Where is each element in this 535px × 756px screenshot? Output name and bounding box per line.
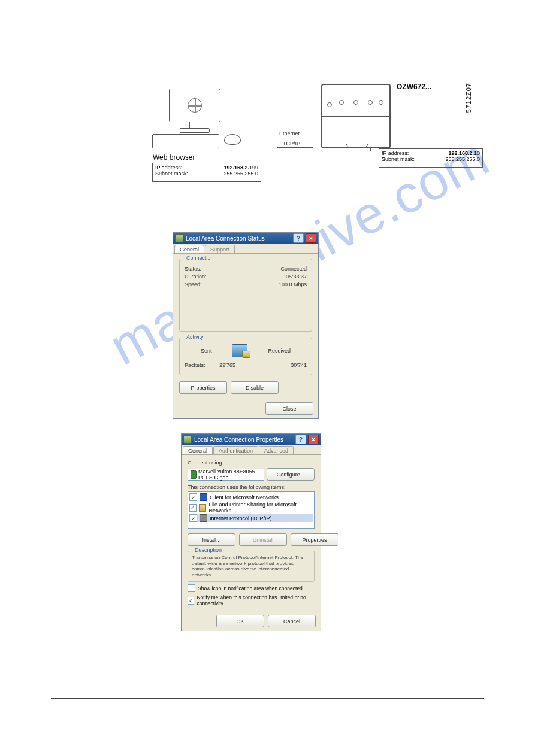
pc-mask-label: Subnet mask: [155, 171, 188, 177]
activity-icon [232, 344, 247, 357]
item-label: Client for Microsoft Networks [210, 494, 279, 500]
pc-ip-label: IP address: [155, 165, 182, 171]
mouse-icon [224, 134, 241, 145]
install-button[interactable]: Install... [188, 533, 235, 546]
device-port-icon [339, 100, 344, 105]
dev-ip-label: IP address: [382, 150, 409, 156]
checkbox-icon[interactable]: ✓ [189, 504, 197, 512]
device-label: OZW672... [397, 83, 431, 91]
ok-button[interactable]: OK [216, 615, 264, 627]
tab-bar: General Support [173, 244, 318, 254]
pc-monitor [169, 89, 220, 122]
pc-ip-box: IP address:192.168.2.199 Subnet mask:255… [152, 163, 261, 182]
adapter-field[interactable]: Marvell Yukon 88E8055 PCI-E Gigabi [188, 469, 264, 481]
dialog-lan-properties: Local Area Connection Properties ?× Gene… [181, 433, 321, 631]
label-ethernet: Ethernet [279, 130, 300, 136]
showicon-label: Show icon in notification area when conn… [198, 585, 303, 591]
item-label: Internet Protocol (TCP/IP) [210, 515, 272, 521]
duration-value: 05:33:37 [286, 274, 307, 280]
tab-general[interactable]: General [174, 245, 204, 253]
checkbox-showicon[interactable] [188, 584, 195, 592]
group-legend-connection: Connection [185, 255, 216, 261]
group-legend-activity: Activity [185, 334, 205, 340]
client-icon [200, 493, 207, 501]
protocol-icon [200, 514, 207, 522]
close-button[interactable]: × [306, 233, 316, 243]
label-underline-1 [277, 138, 313, 138]
device-port-icon [353, 100, 358, 105]
web-browser-label: Web browser [153, 153, 195, 162]
configure-button[interactable]: Configure... [267, 468, 315, 481]
description-box: Description Transmission Control Protoco… [188, 551, 315, 582]
close-button[interactable]: × [308, 435, 319, 444]
device-port-icon [327, 102, 332, 107]
pc-ip-prefix: 192.168.2. [223, 165, 249, 171]
items-list[interactable]: ✓Client for Microsoft Networks ✓File and… [188, 491, 315, 529]
dash-connector [379, 147, 379, 169]
keyboard-icon [152, 134, 219, 148]
dialog-title: Local Area Connection Properties [194, 436, 283, 443]
dash-connector [260, 169, 379, 169]
description-text: Transmission Control Protocol/Internet P… [192, 555, 303, 578]
properties-button[interactable]: Properties [179, 381, 227, 394]
titlebar[interactable]: Local Area Connection Status ?× [173, 233, 318, 244]
device-outline [321, 84, 391, 148]
adapter-name: Marvell Yukon 88E8055 PCI-E Gigabi [198, 469, 261, 481]
dash-connector [359, 147, 379, 148]
pc-ip-suffix: 199 [249, 165, 258, 171]
speed-label: Speed: [185, 281, 202, 287]
dialog-lan-status: Local Area Connection Status ?× General … [173, 232, 319, 419]
dev-ip-suffix: 10 [474, 150, 480, 156]
tab-support[interactable]: Support [205, 245, 235, 253]
group-connection: Connection Status:Connected Duration:05:… [179, 259, 312, 332]
speed-value: 100.0 Mbps [279, 281, 307, 287]
cancel-button[interactable]: Cancel [268, 615, 316, 627]
dialog-title: Local Area Connection Status [186, 235, 265, 242]
uninstall-button: Uninstall [239, 533, 287, 546]
status-label: Status: [185, 266, 201, 272]
disable-button[interactable]: Disable [231, 381, 279, 394]
status-value: Connected [280, 266, 307, 272]
list-item[interactable]: ✓File and Printer Sharing for Microsoft … [189, 502, 313, 514]
list-item[interactable]: ✓Client for Microsoft Networks [189, 493, 313, 501]
packets-sent-value: 29'765 [205, 362, 262, 368]
item-properties-button[interactable]: Properties [291, 533, 338, 546]
dev-ip-prefix: 192.168.2. [448, 150, 474, 156]
device-ip-box: IP address:192.168.2.10 Subnet mask:255.… [379, 148, 483, 168]
adapter-icon [191, 470, 197, 479]
tab-bar: General Authentication Advanced [182, 445, 321, 455]
close-dialog-button[interactable]: Close [265, 402, 313, 415]
tab-general[interactable]: General [183, 446, 213, 454]
service-icon [199, 504, 206, 512]
device-divider [322, 116, 389, 117]
dev-mask-label: Subnet mask: [382, 156, 415, 162]
checkbox-icon[interactable]: ✓ [189, 514, 197, 522]
group-activity: Activity Sent Received Packets: 29'765 3… [179, 338, 312, 375]
label-underline-2 [277, 147, 313, 148]
globe-icon [188, 98, 202, 113]
item-label: File and Printer Sharing for Microsoft N… [208, 502, 313, 514]
checkbox-notify[interactable]: ✓ [188, 597, 194, 605]
help-button[interactable]: ? [295, 435, 306, 444]
connect-using-label: Connect using: [188, 460, 315, 466]
packets-label: Packets: [185, 362, 205, 368]
notify-label: Notify me when this connection has limit… [197, 594, 315, 606]
ethernet-cable [241, 139, 320, 139]
dev-mask-value: 255.255.255.0 [445, 156, 480, 162]
network-icon [175, 234, 183, 242]
network-icon [183, 435, 192, 444]
checkbox-icon[interactable]: ✓ [189, 493, 197, 501]
tab-advanced[interactable]: Advanced [259, 446, 294, 454]
tab-authentication[interactable]: Authentication [213, 446, 258, 454]
titlebar[interactable]: Local Area Connection Properties ?× [182, 434, 321, 445]
pc-base [180, 128, 210, 133]
device-port-icon [379, 100, 383, 105]
duration-label: Duration: [185, 274, 207, 280]
list-item-selected[interactable]: ✓Internet Protocol (TCP/IP) [189, 514, 313, 522]
label-tcpip: TCP/IP [283, 141, 300, 147]
page-divider [51, 698, 484, 699]
side-code: 5712Z07 [465, 83, 472, 113]
help-button[interactable]: ? [293, 233, 304, 243]
sent-label: Sent [201, 348, 212, 354]
pc-stand [189, 122, 200, 128]
